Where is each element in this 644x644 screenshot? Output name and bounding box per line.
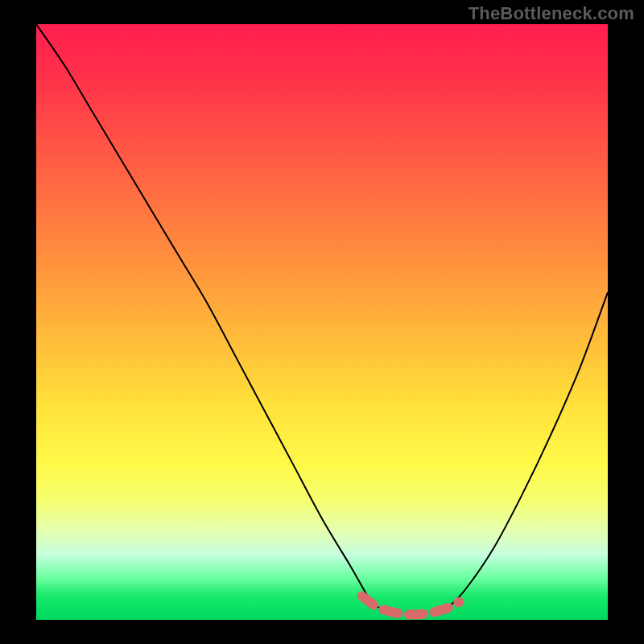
curve-overlay xyxy=(36,24,608,620)
chart-frame: TheBottleneck.com xyxy=(0,0,644,644)
watermark-text: TheBottleneck.com xyxy=(469,3,634,24)
right-arm-curve xyxy=(448,292,608,608)
flat-band xyxy=(362,596,460,614)
left-arm-curve xyxy=(36,24,379,608)
